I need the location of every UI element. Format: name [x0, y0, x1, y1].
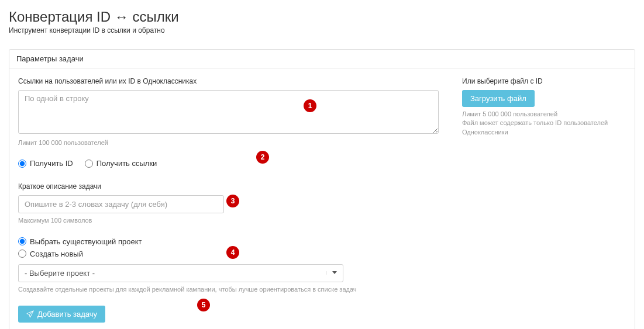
task-params-panel: Параметры задачи Ссылки на пользователей…	[9, 49, 635, 329]
radio-create-project[interactable]: Создать новый	[18, 250, 626, 258]
radio-existing-project-label: Выбрать существующий проект	[30, 237, 142, 246]
description-help: Максимум 100 символов	[18, 216, 626, 225]
chevron-down-icon	[326, 271, 337, 275]
links-label: Ссылки на пользователей или их ID в Одно…	[18, 77, 439, 85]
add-task-button-label: Добавить задачу	[37, 310, 97, 318]
page-subtitle: Инструмент конвертации ID в ссылки и обр…	[9, 26, 635, 34]
marker-1: 1	[304, 99, 316, 112]
radio-get-id[interactable]: Получить ID	[18, 159, 73, 168]
project-select-value: - Выберите проект -	[25, 269, 95, 278]
project-select-help: Создавайте отдельные проекты для каждой …	[18, 285, 626, 294]
file-label: Или выберите файл с ID	[462, 77, 626, 85]
paper-plane-icon	[26, 310, 34, 318]
radio-get-links[interactable]: Получить ссылки	[85, 159, 157, 168]
page-title: Конвертация ID ↔ ссылки	[9, 9, 635, 25]
radio-get-links-label: Получить ссылки	[97, 159, 157, 168]
panel-header: Параметры задачи	[9, 50, 635, 68]
add-task-button[interactable]: Добавить задачу	[18, 306, 105, 323]
radio-create-project-input[interactable]	[18, 250, 26, 258]
radio-get-links-input[interactable]	[85, 160, 93, 168]
file-help: Лимит 5 000 000 пользователей Файл может…	[462, 110, 626, 137]
marker-4: 4	[226, 246, 239, 259]
radio-get-id-label: Получить ID	[30, 159, 73, 168]
marker-5: 5	[197, 299, 210, 311]
radio-create-project-label: Создать новый	[30, 250, 83, 258]
marker-2: 2	[256, 151, 269, 164]
radio-existing-project-input[interactable]	[18, 237, 26, 245]
description-label: Краткое описание задачи	[18, 182, 626, 191]
links-help: Лимит 100 000 пользователей	[18, 138, 439, 147]
marker-3: 3	[226, 195, 239, 207]
links-textarea[interactable]	[18, 90, 439, 134]
radio-get-id-input[interactable]	[18, 160, 26, 168]
radio-existing-project[interactable]: Выбрать существующий проект	[18, 237, 626, 246]
upload-file-button[interactable]: Загрузить файл	[462, 90, 535, 107]
description-input[interactable]	[18, 195, 224, 213]
file-help-line1: Лимит 5 000 000 пользователей	[462, 110, 626, 119]
file-help-line2: Файл может содержать только ID пользоват…	[462, 119, 626, 137]
project-select[interactable]: - Выберите проект -	[18, 264, 343, 282]
